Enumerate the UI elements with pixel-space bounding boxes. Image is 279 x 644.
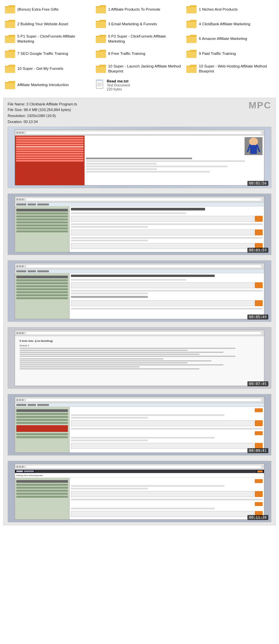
- folder-p2-clickfunnels[interactable]: 5 P2 Super - ClickFunnels Affiliate Mark…: [94, 32, 185, 46]
- folder-label: 2 Building Your Website Asset: [17, 22, 68, 27]
- folder-label: 10 Super - Launch Jacking Affiliate Meth…: [108, 64, 184, 74]
- readme-file[interactable]: Read me.txt Text Document 220 bytes: [94, 77, 185, 93]
- video-filesize: File Size: 98.4 MB (103,254,864 bytes): [8, 107, 77, 113]
- folder-email-marketing[interactable]: 3 Email Marketing & Funnels: [94, 17, 185, 31]
- folder-icon: [5, 64, 15, 73]
- folder-launch-jacking[interactable]: 10 Super - Launch Jacking Affiliate Meth…: [94, 62, 185, 76]
- folder-icon: [186, 64, 197, 73]
- folder-icon: [186, 49, 197, 59]
- folder-label: 10 Super - Web Hosting Affiliate Method …: [199, 64, 274, 74]
- folder-label: 5 P2 Super - ClickFunnels Affiliate Mark…: [108, 34, 184, 44]
- folder-affiliate-intro[interactable]: Affiliate Marketing Introduction: [3, 77, 94, 93]
- timestamp-1: 00:01:56: [247, 181, 268, 186]
- folder-label: 7 SEO Google Traffic Training: [17, 51, 68, 56]
- video-duration: Duration: 00:13:34: [8, 119, 77, 125]
- folder-icon: [96, 49, 106, 59]
- thumbnail-strip: 00:01:56: [8, 127, 271, 522]
- folder-affiliate-products[interactable]: 1 Affiliate Products To Promote: [94, 3, 185, 16]
- folder-icon: [96, 34, 106, 44]
- folder-icon: [5, 80, 15, 90]
- video-resolution: Resolution: 1920x1080 (16:9): [8, 113, 77, 119]
- video-preview-panel: File Name: 3 Clickbank Affiliate Program…: [3, 98, 276, 525]
- svg-rect-7: [250, 145, 257, 154]
- folder-p1-clickfunnels[interactable]: 5 P1 Super - ClickFunnels Affiliate Mark…: [3, 32, 94, 46]
- folder-label: 1 Affiliate Products To Promote: [108, 7, 160, 12]
- folder-label: 1 Niches And Products: [199, 7, 237, 12]
- timestamp-6: 00:11:38: [247, 515, 268, 520]
- video-metadata: File Name: 3 Clickbank Affiliate Program…: [8, 101, 77, 125]
- svg-line-9: [257, 145, 259, 151]
- timestamp-4: 00:07:45: [247, 381, 268, 386]
- folder-icon: [96, 5, 106, 14]
- folder-icon: [186, 5, 197, 14]
- folder-icon: [96, 19, 106, 29]
- svg-rect-1: [96, 80, 103, 81]
- thumbnail-2: 00:03:59: [8, 193, 271, 255]
- readme-label: Read me.txt Text Document 220 bytes: [107, 79, 130, 91]
- folder-icon: [5, 19, 15, 29]
- folder-label: 5 P1 Super - ClickFunnels Affiliate Mark…: [17, 34, 93, 44]
- thumbnail-4: 5 Solo Ads: (List Building) Module 5: [8, 327, 271, 389]
- folder-get-my-funnels[interactable]: 10 Super - Get My Funnels: [3, 62, 94, 76]
- folder-icon: [5, 34, 15, 44]
- folder-label: 8 Free Traffic Training: [108, 51, 145, 56]
- folder-paid-traffic[interactable]: 9 Paid Traffic Training: [185, 47, 276, 61]
- folder-icon: [186, 34, 197, 44]
- svg-point-6: [249, 138, 258, 146]
- video-filename: File Name: 3 Clickbank Affiliate Program…: [8, 101, 77, 107]
- folder-label: 3 Email Marketing & Funnels: [108, 22, 157, 27]
- thumbnail-5: 00:09:41: [8, 394, 271, 455]
- mpc-badge: MPC: [249, 100, 271, 111]
- folder-free-traffic[interactable]: 8 Free Traffic Training: [94, 47, 185, 61]
- svg-line-8: [248, 145, 250, 151]
- folder-building-website[interactable]: 2 Building Your Website Asset: [3, 17, 94, 31]
- folder-label: 10 Super - Get My Funnels: [17, 66, 63, 71]
- folder-icon: [5, 5, 15, 14]
- thumbnail-1: 00:01:56: [8, 127, 271, 188]
- folder-label: (Bonus) Extra Free Gifts: [17, 7, 59, 12]
- text-document-icon: [96, 79, 105, 91]
- thumbnail-6: Getting Your Autoresponder: [8, 461, 271, 522]
- folder-niches[interactable]: 1 Niches And Products: [185, 3, 276, 16]
- folder-icon: [186, 19, 197, 29]
- folder-amazon[interactable]: 6 Amazon Affiliate Marketing: [185, 32, 276, 46]
- folder-label: 6 Amazon Affiliate Marketing: [199, 36, 247, 41]
- folder-label: Affiliate Marketing Introduction: [17, 82, 69, 87]
- folder-clickbank[interactable]: 4 ClickBank Affiliate Marketing: [185, 17, 276, 31]
- folder-label: 4 ClickBank Affiliate Marketing: [199, 22, 250, 27]
- file-browser-grid: (Bonus) Extra Free Gifts 1 Affiliate Pro…: [0, 0, 279, 96]
- folder-seo[interactable]: 7 SEO Google Traffic Training: [3, 47, 94, 61]
- timestamp-5: 00:09:41: [247, 448, 268, 453]
- timestamp-3: 00:05:49: [247, 315, 268, 320]
- timestamp-2: 00:03:59: [247, 248, 268, 253]
- thumbnail-3: 00:05:49: [8, 260, 271, 322]
- folder-web-hosting[interactable]: 10 Super - Web Hosting Affiliate Method …: [185, 62, 276, 76]
- folder-icon: [96, 64, 106, 73]
- folder-bonus[interactable]: (Bonus) Extra Free Gifts: [3, 3, 94, 16]
- folder-icon: [5, 49, 15, 59]
- folder-label: 9 Paid Traffic Training: [199, 51, 236, 56]
